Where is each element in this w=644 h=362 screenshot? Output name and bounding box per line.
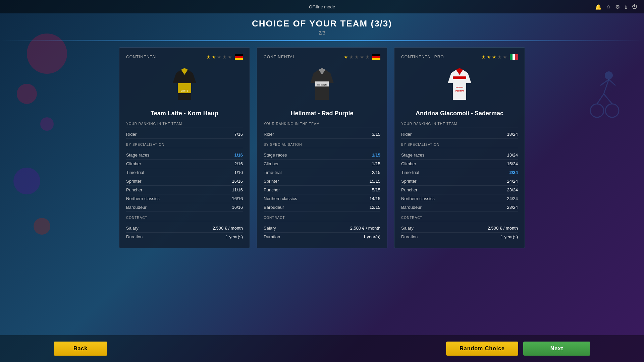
spec-climber-2: Climber 1/15 bbox=[264, 160, 380, 168]
star3-2: ★ bbox=[487, 54, 491, 60]
contract-2: CONTRACT Salary 2,500 € / month Duration… bbox=[264, 216, 380, 241]
power-icon[interactable]: ⏻ bbox=[632, 4, 637, 10]
gear-icon[interactable]: ⚙ bbox=[615, 4, 620, 10]
team-stars-1: ★ ★ ★ ★ ★ bbox=[206, 54, 232, 60]
team-name-3: Andrina Giacomoli - Sadermac bbox=[401, 110, 518, 117]
contract-label-2: CONTRACT bbox=[264, 216, 380, 221]
top-bar: Off-line mode 🔔 ⌂ ⚙ ℹ ⏻ bbox=[0, 0, 644, 13]
rider-label-1: Rider bbox=[126, 132, 137, 137]
team-category-1: CONTINENTAL bbox=[126, 55, 158, 59]
spec-climber-3: Climber 15/24 bbox=[401, 160, 518, 168]
spec-sprinter-2: Sprinter 15/15 bbox=[264, 177, 380, 186]
spec-sprinter-3: Sprinter 24/24 bbox=[401, 177, 518, 186]
bottom-bar: Back Random Choice Next bbox=[0, 335, 644, 362]
info-icon[interactable]: ℹ bbox=[625, 4, 627, 10]
spec-tt-2: Time-trial 2/15 bbox=[264, 168, 380, 177]
ranking-label-2: YOUR RANKING IN THE TEAM bbox=[264, 122, 380, 127]
star3-3: ★ bbox=[492, 54, 496, 60]
salary-row-1: Salary 2,500 € / month bbox=[126, 224, 243, 233]
contract-label-3: CONTRACT bbox=[401, 216, 518, 221]
rider-row-2: Rider 3/15 bbox=[264, 130, 380, 139]
spec-stage-1: Stage races 1/16 bbox=[126, 151, 243, 160]
duration-row-1: Duration 1 year(s) bbox=[126, 233, 243, 241]
spec-nc-2: Northern classics 14/15 bbox=[264, 194, 380, 203]
team-card-2[interactable]: CONTINENTAL ★ ★ ★ ★ ★ rad-purple bbox=[257, 47, 387, 248]
jersey-container-3: ANDRINA SADERMAC bbox=[401, 65, 518, 105]
spec-baroudeur-3: Baroudeur 23/24 bbox=[401, 203, 518, 212]
team-category-2: CONTINENTAL bbox=[264, 55, 296, 59]
spec-label-1: BY SPECIALISATION bbox=[126, 143, 243, 148]
star-4: ★ bbox=[222, 54, 227, 60]
page-title: CHOICE OF YOUR TEAM (3/3) bbox=[0, 18, 644, 29]
spec-climber-1: Climber 2/16 bbox=[126, 160, 243, 168]
team-flag-1 bbox=[235, 54, 243, 60]
spec-baroudeur-2: Baroudeur 12/15 bbox=[264, 203, 380, 212]
jersey-container-2: rad-purple bbox=[264, 65, 380, 105]
rider-value-1: 7/16 bbox=[234, 132, 243, 137]
rider-row-3: Rider 18/24 bbox=[401, 130, 518, 139]
accent-bar bbox=[0, 40, 644, 41]
spec-stage-2: Stage races 1/15 bbox=[264, 151, 380, 160]
contract-label-1: CONTRACT bbox=[126, 216, 243, 221]
back-button[interactable]: Back bbox=[54, 342, 107, 356]
contract-3: CONTRACT Salary 2,500 € / month Duration… bbox=[401, 216, 518, 241]
team-flag-2 bbox=[372, 54, 380, 60]
svg-text:ANDRINA: ANDRINA bbox=[455, 86, 463, 88]
svg-rect-18 bbox=[453, 76, 466, 79]
salary-row-2: Salary 2,500 € / month bbox=[264, 224, 380, 233]
spec-nc-3: Northern classics 24/24 bbox=[401, 194, 518, 203]
team-card-1[interactable]: CONTINENTAL ★ ★ ★ ★ ★ LATTE Team bbox=[119, 47, 250, 248]
spec-label-3: BY SPECIALISATION bbox=[401, 143, 518, 148]
star3-1: ★ bbox=[481, 54, 486, 60]
salary-row-3: Salary 2,500 € / month bbox=[401, 224, 518, 233]
star-2: ★ bbox=[212, 54, 216, 60]
jersey-container-1: LATTE bbox=[126, 65, 243, 105]
bell-icon[interactable]: 🔔 bbox=[595, 4, 602, 10]
star3-4: ★ bbox=[497, 54, 502, 60]
team-card-3[interactable]: CONTINENTAL PRO ★ ★ ★ ★ ★ ANDRINA SADERM… bbox=[394, 47, 525, 248]
svg-text:LATTE: LATTE bbox=[181, 89, 188, 92]
duration-row-3: Duration 1 year(s) bbox=[401, 233, 518, 241]
star-3: ★ bbox=[217, 54, 221, 60]
spec-stage-3: Stage races 13/24 bbox=[401, 151, 518, 160]
spec-nc-1: Northern classics 16/16 bbox=[126, 194, 243, 203]
card-header-2: CONTINENTAL ★ ★ ★ ★ ★ bbox=[264, 54, 380, 60]
spec-puncher-3: Puncher 23/24 bbox=[401, 186, 518, 194]
ranking-label-1: YOUR RANKING IN THE TEAM bbox=[126, 122, 243, 127]
team-cards-container: CONTINENTAL ★ ★ ★ ★ ★ LATTE Team bbox=[0, 44, 644, 252]
home-icon[interactable]: ⌂ bbox=[607, 4, 610, 10]
team-flag-3 bbox=[510, 54, 518, 60]
random-choice-button[interactable]: Random Choice bbox=[446, 342, 518, 356]
next-button[interactable]: Next bbox=[523, 342, 590, 356]
duration-row-2: Duration 1 year(s) bbox=[264, 233, 380, 241]
bottom-right-buttons: Random Choice Next bbox=[446, 342, 590, 356]
jersey-latte: LATTE bbox=[169, 66, 200, 103]
contract-1: CONTRACT Salary 2,500 € / month Duration… bbox=[126, 216, 243, 241]
svg-text:SADERMAC: SADERMAC bbox=[455, 90, 465, 92]
team-name-1: Team Latte - Korn Haup bbox=[126, 110, 243, 117]
rider-row-1: Rider 7/16 bbox=[126, 130, 243, 139]
team-name-2: Hellomat - Rad Purple bbox=[264, 110, 380, 117]
ranking-label-3: YOUR RANKING IN THE TEAM bbox=[401, 122, 518, 127]
page-progress: 2/3 bbox=[0, 30, 644, 36]
spec-label-2: BY SPECIALISATION bbox=[264, 143, 380, 148]
spec-baroudeur-1: Baroudeur 16/16 bbox=[126, 203, 243, 212]
card-header-3: CONTINENTAL PRO ★ ★ ★ ★ ★ bbox=[401, 54, 518, 60]
card-header-1: CONTINENTAL ★ ★ ★ ★ ★ bbox=[126, 54, 243, 60]
spec-tt-1: Time-trial 1/16 bbox=[126, 168, 243, 177]
star2-5: ★ bbox=[365, 54, 370, 60]
offline-mode-label: Off-line mode bbox=[309, 4, 335, 9]
star2-4: ★ bbox=[360, 54, 364, 60]
star-5: ★ bbox=[228, 54, 232, 60]
team-stars-2: ★ ★ ★ ★ ★ bbox=[344, 54, 370, 60]
top-bar-icons: 🔔 ⌂ ⚙ ℹ ⏻ bbox=[595, 4, 637, 10]
spec-puncher-1: Puncher 11/16 bbox=[126, 186, 243, 194]
jersey-rad-purple: rad-purple bbox=[307, 66, 337, 103]
spec-sprinter-1: Sprinter 16/16 bbox=[126, 177, 243, 186]
star2-1: ★ bbox=[344, 54, 348, 60]
star3-5: ★ bbox=[503, 54, 507, 60]
svg-text:rad-purple: rad-purple bbox=[317, 84, 327, 86]
jersey-sadermac: ANDRINA SADERMAC bbox=[444, 66, 475, 103]
page-header: CHOICE OF YOUR TEAM (3/3) 2/3 bbox=[0, 13, 644, 37]
star2-3: ★ bbox=[355, 54, 359, 60]
